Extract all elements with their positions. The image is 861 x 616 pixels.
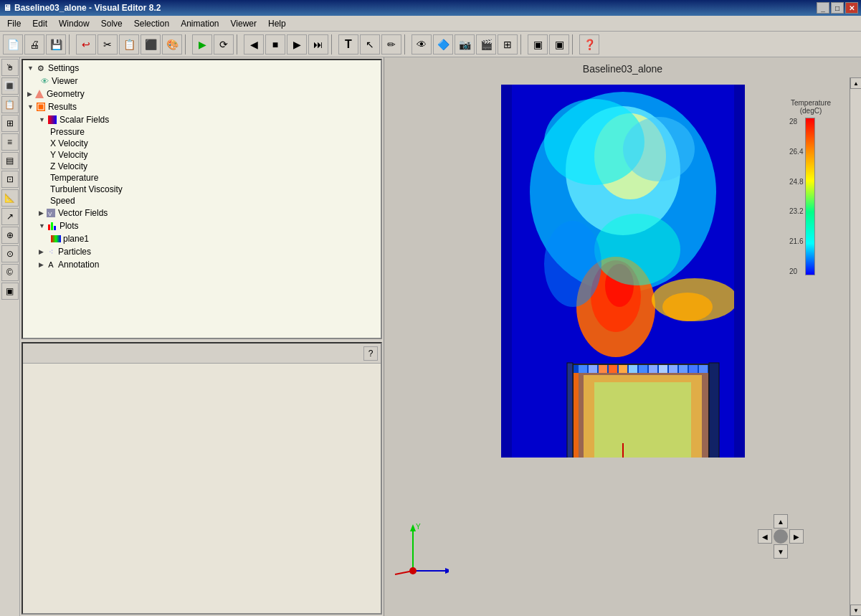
tb-text[interactable]: T [338, 34, 358, 55]
tb-paste[interactable]: ⬛ [141, 34, 161, 55]
tb-colormap[interactable]: 🎨 [162, 34, 182, 55]
z-velocity-label: Z Velocity [50, 161, 87, 171]
menu-file[interactable]: File [1, 17, 27, 30]
tb-end[interactable]: ⏭ [308, 34, 328, 55]
lt-btn6[interactable]: ▤ [1, 152, 19, 169]
tree-item-scalar-fields[interactable]: ▼ Scalar Fields [24, 113, 379, 126]
viewer-scrollbar[interactable]: ▲ ▼ [850, 77, 861, 616]
close-button[interactable]: ✕ [845, 2, 858, 14]
tb-print[interactable]: 🖨 [24, 34, 44, 55]
svg-point-22 [544, 221, 601, 307]
tree-item-pressure[interactable]: Pressure [24, 126, 379, 138]
annotation-label: Annotation [58, 260, 99, 270]
settings-label: Settings [48, 63, 79, 73]
tree-item-x-velocity[interactable]: X Velocity [24, 138, 379, 149]
tb-undo[interactable]: ↩ [76, 34, 96, 55]
lt-btn10[interactable]: ⊕ [1, 227, 19, 244]
tree-item-results[interactable]: ▼ Results [24, 100, 379, 113]
tree-item-viewer[interactable]: 👁 Viewer [24, 75, 379, 87]
svg-point-15 [623, 117, 695, 181]
heatmap-visualization [501, 85, 745, 458]
menu-edit[interactable]: Edit [27, 17, 53, 30]
tree-item-speed[interactable]: Speed [24, 195, 379, 207]
expand-results[interactable]: ▼ [27, 103, 34, 110]
expand-annotation[interactable]: ▶ [39, 261, 44, 268]
nav-left[interactable]: ◀ [758, 529, 772, 544]
expand-plots[interactable]: ▼ [39, 222, 45, 229]
legend-val-0: 28 [789, 118, 803, 125]
lt-btn8[interactable]: 📐 [1, 189, 19, 207]
tree-item-settings[interactable]: ▼ ⚙ Settings [24, 62, 379, 75]
menu-selection[interactable]: Selection [128, 17, 175, 30]
nav-right[interactable]: ▶ [789, 529, 804, 544]
info-help-btn[interactable]: ? [363, 346, 378, 361]
menu-window[interactable]: Window [53, 17, 95, 30]
tb-panel1[interactable]: ▣ [528, 34, 548, 55]
tb-rotate[interactable]: ⟳ [214, 34, 234, 55]
titlebar-text: Baseline03_alone - Visual Editor 8.2 [14, 3, 161, 13]
lt-btn11[interactable]: ⊙ [1, 245, 19, 262]
minimize-button[interactable]: _ [817, 2, 829, 14]
tb-3d1[interactable]: 🔷 [433, 34, 453, 55]
scalar-icon [47, 114, 58, 125]
tree-item-annotation[interactable]: ▶ A Annotation [24, 258, 379, 271]
tree-item-y-velocity[interactable]: Y Velocity [24, 149, 379, 161]
lt-btn13[interactable]: ▣ [1, 283, 19, 300]
lt-btn2[interactable]: 🔳 [1, 77, 19, 95]
nav-center[interactable] [774, 529, 788, 544]
tb-edit[interactable]: ✏ [381, 34, 401, 55]
x-velocity-label: X Velocity [50, 138, 88, 148]
lt-btn5[interactable]: ≡ [1, 133, 19, 151]
lt-btn1[interactable]: 🖱 [1, 59, 19, 76]
scroll-up-btn[interactable]: ▲ [850, 77, 861, 89]
lt-btn9[interactable]: ↗ [1, 208, 19, 225]
svg-rect-43 [709, 363, 719, 458]
menu-help[interactable]: Help [262, 17, 292, 30]
tree-item-geometry[interactable]: ▶ Geometry [24, 87, 379, 100]
expand-vector[interactable]: ▶ [39, 209, 44, 217]
menu-animation[interactable]: Animation [175, 17, 224, 30]
tb-help[interactable]: ❓ [579, 34, 599, 55]
svg-rect-3 [48, 115, 57, 124]
tb-panel2[interactable]: ▣ [549, 34, 569, 55]
expand-geometry[interactable]: ▶ [27, 90, 32, 98]
nav-up[interactable]: ▲ [774, 514, 788, 529]
expand-particles[interactable]: ▶ [39, 248, 44, 255]
tb-video[interactable]: 🎬 [476, 34, 496, 55]
maximize-button[interactable]: □ [831, 2, 844, 14]
tree-item-vector-fields[interactable]: ▶ V Vector Fields [24, 207, 379, 219]
menu-solve[interactable]: Solve [95, 17, 128, 30]
tree-item-turb-viscosity[interactable]: Turbulent Viscosity [24, 184, 379, 195]
tb-select[interactable]: ↖ [360, 34, 380, 55]
tb-mesh[interactable]: ⊞ [498, 34, 518, 55]
lt-btn4[interactable]: ⊞ [1, 115, 19, 132]
expand-settings[interactable]: ▼ [27, 65, 34, 72]
tb-cut[interactable]: ✂ [97, 34, 118, 55]
tb-photo[interactable]: 📷 [455, 34, 475, 55]
tb-stop[interactable]: ■ [265, 34, 285, 55]
scroll-down-btn[interactable]: ▼ [850, 605, 861, 616]
tb-save[interactable]: 💾 [46, 34, 66, 55]
tb-new[interactable]: 📄 [3, 34, 23, 55]
menu-viewer[interactable]: Viewer [225, 17, 262, 30]
svg-point-53 [409, 567, 417, 574]
tb-next[interactable]: ▶ [287, 34, 307, 55]
tb-prev[interactable]: ◀ [244, 34, 264, 55]
tree-item-temperature[interactable]: Temperature [24, 172, 379, 184]
lt-btn7[interactable]: ⊡ [1, 171, 19, 188]
lt-btn12[interactable]: © [1, 264, 19, 281]
tb-play[interactable]: ▶ [192, 34, 212, 55]
tree-item-plane1[interactable]: plane1 [24, 232, 379, 245]
tree-item-z-velocity[interactable]: Z Velocity [24, 161, 379, 172]
svg-rect-8 [54, 226, 56, 230]
tb-view[interactable]: 👁 [412, 34, 432, 55]
tree-item-particles[interactable]: ▶ ⁖ Particles [24, 245, 379, 258]
nav-down[interactable]: ▼ [774, 544, 788, 559]
lt-btn3[interactable]: 📋 [1, 96, 19, 113]
tree-item-plots[interactable]: ▼ Plots [24, 219, 379, 232]
app-icon: 🖥 [3, 3, 11, 13]
tree-scroll[interactable]: ▼ ⚙ Settings 👁 Viewer ▶ [23, 60, 381, 338]
expand-scalar[interactable]: ▼ [39, 116, 45, 123]
tb-sep6 [520, 34, 525, 55]
tb-copy[interactable]: 📋 [119, 34, 139, 55]
